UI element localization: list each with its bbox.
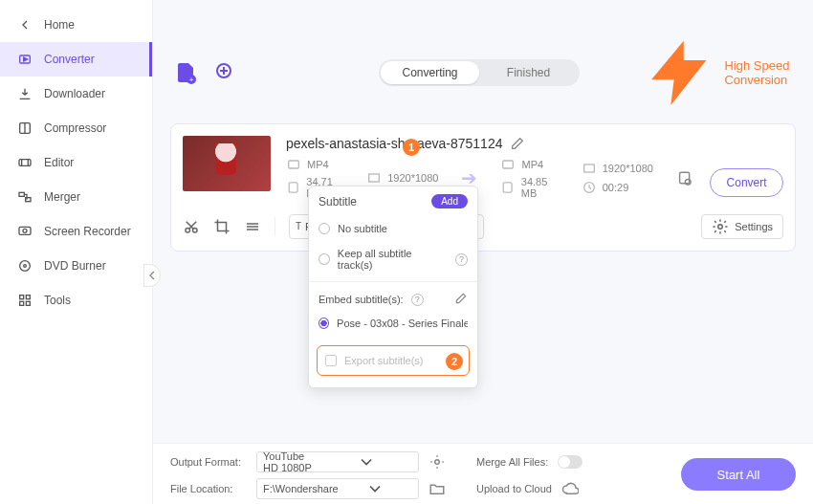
convert-button[interactable]: Convert [710, 168, 783, 197]
duration-icon [582, 180, 597, 195]
sidebar-item-label: Screen Recorder [44, 225, 131, 238]
svg-point-22 [23, 229, 27, 232]
sidebar-item-home[interactable]: Home [0, 8, 152, 42]
trim-icon[interactable] [183, 218, 200, 235]
help-icon[interactable]: ? [411, 294, 424, 306]
screen-recorder-icon [17, 224, 33, 239]
svg-text:+: + [189, 76, 194, 84]
callout-badge-2: 2 [446, 353, 463, 370]
option-embedded-track[interactable]: Pose - 03x08 - Series Finale ... [309, 311, 477, 336]
open-folder-icon[interactable] [428, 480, 446, 497]
main-panel: + Converting Finished High Speed Convers… [153, 0, 813, 443]
output-settings-icon[interactable] [428, 453, 446, 471]
radio-icon [319, 223, 330, 234]
svg-rect-34 [369, 174, 380, 182]
sidebar-item-screen-recorder[interactable]: Screen Recorder [0, 214, 152, 249]
video-format-icon [286, 157, 301, 172]
add-subtitle-button[interactable]: Add [431, 194, 468, 208]
svg-rect-26 [26, 296, 30, 299]
sidebar-item-merger[interactable]: Merger [0, 180, 152, 214]
checkbox-icon [325, 355, 337, 366]
high-speed-toggle[interactable]: High Speed Conversion [642, 34, 792, 112]
add-file-button[interactable]: + [174, 61, 197, 84]
sidebar-item-label: Downloader [44, 87, 105, 100]
start-all-button[interactable]: Start All [681, 458, 796, 491]
add-folder-button[interactable] [214, 61, 237, 84]
svg-point-24 [24, 265, 27, 268]
svg-rect-25 [20, 296, 24, 299]
downloader-icon [17, 86, 33, 101]
crop-icon[interactable] [213, 218, 231, 235]
sidebar-item-label: Tools [44, 294, 71, 307]
status-tabs: Converting Finished [379, 59, 580, 86]
option-no-subtitle[interactable]: No subtitle [309, 216, 477, 241]
merger-icon [17, 189, 33, 205]
svg-rect-36 [504, 183, 513, 192]
resolution-icon [366, 170, 382, 186]
option-keep-all[interactable]: Keep all subtitle track(s)? [309, 241, 477, 277]
svg-rect-19 [19, 192, 24, 196]
target-res: 1920*1080 00:29 [582, 161, 653, 195]
svg-rect-27 [20, 301, 24, 305]
resolution-icon [582, 161, 597, 176]
svg-marker-13 [24, 57, 28, 61]
svg-rect-21 [19, 227, 31, 234]
chevron-left-icon [17, 17, 33, 33]
sidebar-item-compressor[interactable]: Compressor [0, 111, 152, 145]
file-card: pexels-anastasia-shuraeva-8751124 MP4 34… [170, 123, 796, 252]
tool-row: T Pose - 03x08 - ... ⫯⫯ No audio Setting… [183, 210, 783, 239]
file-location-label: File Location: [170, 483, 247, 494]
sidebar-item-label: Merger [44, 190, 80, 204]
sidebar-item-converter[interactable]: Converter [0, 42, 152, 77]
svg-rect-33 [289, 183, 297, 192]
merge-label: Merge All Files: [476, 456, 548, 468]
svg-rect-28 [26, 301, 30, 305]
svg-rect-16 [19, 160, 31, 166]
merge-toggle[interactable] [558, 455, 582, 469]
svg-rect-35 [503, 161, 514, 168]
help-icon[interactable]: ? [455, 253, 468, 266]
svg-point-47 [435, 460, 440, 465]
radio-icon [319, 253, 330, 265]
file-title-row: pexels-anastasia-shuraeva-8751124 [286, 136, 783, 151]
sidebar-item-dvd-burner[interactable]: DVD Burner [0, 249, 152, 283]
sidebar-item-editor[interactable]: Editor [0, 145, 152, 180]
svg-rect-39 [680, 172, 690, 184]
video-format-icon [500, 157, 516, 172]
tab-converting[interactable]: Converting [381, 61, 479, 84]
svg-point-23 [20, 261, 31, 272]
svg-rect-32 [289, 161, 299, 168]
file-size-icon [500, 180, 515, 195]
sidebar-item-label: Compressor [44, 121, 106, 135]
callout-badge-1: 1 [403, 139, 420, 156]
footer-bar: Output Format: YouTube HD 1080P Merge Al… [153, 443, 813, 504]
sidebar-item-tools[interactable]: Tools [0, 283, 152, 318]
output-format-select[interactable]: YouTube HD 1080P [256, 451, 419, 472]
export-subtitle-option[interactable]: Export subtitle(s) 2 [317, 345, 470, 376]
effects-icon[interactable] [244, 218, 261, 235]
source-res: 1920*1080 [366, 170, 438, 186]
radio-selected-icon [319, 318, 329, 329]
video-thumbnail[interactable] [183, 136, 271, 191]
target-meta: MP4 34.85 MB [500, 157, 563, 199]
edit-name-icon[interactable] [510, 136, 525, 151]
converter-icon [17, 52, 33, 67]
file-name: pexels-anastasia-shuraeva-8751124 [286, 136, 502, 151]
cloud-icon[interactable] [561, 480, 579, 497]
popup-title: Subtitle [319, 195, 357, 208]
sidebar-item-label: Editor [44, 156, 74, 169]
tab-finished[interactable]: Finished [479, 61, 578, 84]
sidebar-item-label: Home [44, 18, 75, 32]
svg-rect-37 [583, 164, 594, 172]
file-location-select[interactable]: F:\Wondershare UniConverter 1 [256, 478, 419, 499]
settings-button[interactable]: Settings [701, 214, 783, 239]
subtitle-popup: Subtitle Add No subtitle Keep all subtit… [308, 186, 478, 388]
compressor-icon [17, 121, 33, 136]
sidebar-collapse-handle[interactable] [143, 264, 161, 287]
svg-point-46 [718, 225, 723, 230]
output-settings-icon[interactable] [676, 169, 692, 186]
edit-subtitles-icon[interactable] [454, 292, 468, 307]
toolbar: + Converting Finished High Speed Convers… [170, 34, 796, 123]
editor-icon [17, 155, 33, 170]
sidebar-item-downloader[interactable]: Downloader [0, 77, 152, 111]
